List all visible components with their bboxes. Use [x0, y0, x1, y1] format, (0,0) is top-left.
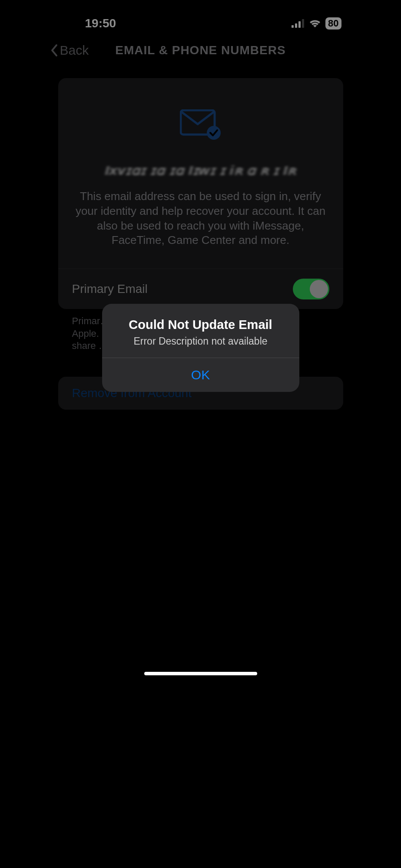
svg-rect-2: [298, 21, 301, 28]
email-description: This email address can be used to sign i…: [72, 189, 329, 248]
back-label: Back: [60, 43, 89, 58]
back-button[interactable]: Back: [50, 43, 89, 58]
cellular-signal-icon: [292, 19, 305, 28]
svg-rect-0: [292, 25, 294, 28]
primary-email-toggle[interactable]: [293, 279, 329, 299]
navigation-bar: Back EMAIL & PHONE NUMBERS: [43, 35, 358, 66]
envelope-verified-icon: [180, 109, 222, 141]
status-icons: 80: [292, 17, 341, 30]
battery-indicator: 80: [325, 17, 341, 30]
email-card: Ixvɪɑɪ ɪɑ ɪɑ Iɪwɪ ɪ iʀ ɑ ʀ ɪ Iʀ This ema…: [58, 78, 343, 309]
toggle-knob: [310, 280, 328, 298]
alert-title: Could Not Update Email: [114, 318, 287, 332]
status-time: 19:50: [60, 16, 116, 30]
chevron-left-icon: [50, 43, 58, 57]
alert-ok-button[interactable]: OK: [102, 358, 299, 392]
error-alert: Could Not Update Email Error Description…: [102, 304, 299, 392]
svg-point-5: [207, 126, 221, 140]
email-address-redacted: Ixvɪɑɪ ɪɑ ɪɑ Iɪwɪ ɪ iʀ ɑ ʀ ɪ Iʀ: [72, 163, 329, 178]
page-title: EMAIL & PHONE NUMBERS: [115, 43, 285, 57]
svg-rect-1: [295, 23, 297, 28]
home-indicator[interactable]: [144, 672, 257, 675]
wifi-icon: [309, 19, 321, 28]
alert-message: Error Description not available: [114, 335, 287, 347]
svg-rect-3: [302, 19, 304, 28]
status-bar: 19:50 80: [43, 0, 358, 35]
primary-email-label: Primary Email: [72, 282, 148, 296]
primary-email-row: Primary Email: [58, 269, 343, 309]
